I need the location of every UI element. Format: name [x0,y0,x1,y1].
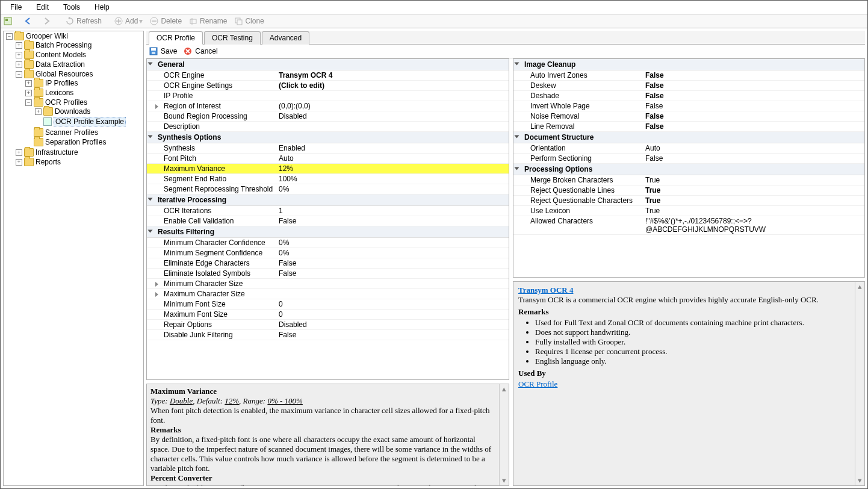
property-value[interactable]: False [276,269,509,278]
property-row[interactable]: Eliminate Isolated SymbolsFalse [147,269,509,279]
tree-toggle[interactable]: − [25,99,32,106]
tree-item-ocr-profiles[interactable]: OCR Profiles [45,98,87,107]
property-row[interactable]: IP Profile [147,91,509,101]
property-category[interactable]: Document Structure [513,132,864,143]
property-value[interactable]: 0% [276,238,509,248]
property-row[interactable]: Minimum Font Size0 [147,299,509,310]
property-value[interactable]: Auto [643,143,864,153]
tree-item[interactable]: Lexicons [45,89,73,97]
tree-item[interactable]: IP Profiles [45,79,78,87]
tree-toggle[interactable]: + [16,149,22,156]
property-category[interactable]: Processing Options [513,164,864,175]
property-row[interactable]: Maximum Variance12% [147,164,509,174]
property-row[interactable]: Enable Cell ValidationFalse [147,216,509,226]
property-value[interactable] [276,122,509,131]
tree-toggle[interactable]: + [16,159,22,166]
property-row[interactable]: Line RemovalFalse [513,122,864,132]
property-value[interactable]: True [643,206,864,216]
tree-item[interactable]: Downloads [55,107,90,116]
property-row[interactable]: Disable Junk FilteringFalse [147,330,509,340]
property-value[interactable]: False [643,81,864,90]
save-button[interactable]: Save [149,46,177,56]
property-row[interactable]: DeskewFalse [513,81,864,91]
property-row[interactable]: Use LexiconTrue [513,206,864,216]
property-value[interactable]: 0 [276,310,509,319]
delete-button[interactable]: Delete [146,16,185,26]
desc-type-link[interactable]: Double [170,396,193,405]
tree-item[interactable]: Scanner Profiles [45,128,98,137]
property-value[interactable] [276,289,509,299]
tree-toggle[interactable]: − [16,71,22,78]
property-value[interactable]: Auto [276,154,509,163]
property-row[interactable]: Merge Broken CharactersTrue [513,175,864,185]
property-row[interactable]: Minimum Segment Confidence0% [147,248,509,258]
property-row[interactable]: Maximum Character Size [147,289,509,299]
desc-default-link[interactable]: 12% [225,396,239,405]
help-usedby-link[interactable]: OCR Profile [518,379,557,388]
rename-button[interactable]: Rename [185,16,231,26]
tree-item[interactable]: Content Models [36,51,86,59]
property-row[interactable]: OCR EngineTransym OCR 4 [147,70,509,81]
property-value[interactable]: False [643,70,864,80]
property-row[interactable]: Invert Whole PageFalse [513,101,864,111]
property-value[interactable]: 0% [276,248,509,258]
property-row[interactable]: Eliminate Edge CharactersFalse [147,258,509,269]
property-category[interactable]: Image Cleanup [513,59,864,70]
property-row[interactable]: DeshadeFalse [513,91,864,101]
property-value[interactable]: (0,0):(0,0) [276,101,509,111]
property-value[interactable]: 1 [276,206,509,216]
tab-ocr-profile[interactable]: OCR Profile [149,31,203,45]
property-value[interactable]: False [276,330,509,340]
nav-forward-button[interactable] [39,16,57,26]
property-row[interactable]: OCR Iterations1 [147,206,509,216]
property-value[interactable]: 0 [276,299,509,309]
tree-toggle[interactable]: + [25,80,32,87]
tree-item[interactable]: Infrastructure [36,148,78,157]
property-row[interactable]: Segment Reprocessing Threshold0% [147,184,509,195]
property-row[interactable]: Bound Region ProcessingDisabled [147,111,509,122]
add-button[interactable]: Add▾ [111,16,146,26]
property-value[interactable]: 0% [276,184,509,194]
property-value[interactable]: 12% [276,164,509,173]
property-value[interactable]: False [643,101,864,111]
desc-range-link[interactable]: 0% - 100% [267,396,303,405]
tree-item[interactable]: Separation Profiles [45,138,106,146]
property-row[interactable]: Perform SectioningFalse [513,154,864,164]
property-value[interactable] [276,91,509,101]
property-value[interactable]: False [276,258,509,268]
property-category[interactable]: General [147,59,509,70]
property-value[interactable]: Transym OCR 4 [276,70,509,80]
property-value[interactable]: False [643,111,864,121]
tab-advanced[interactable]: Advanced [262,31,309,45]
property-row[interactable]: Minimum Character Size [147,279,509,289]
property-category[interactable]: Iterative Processing [147,195,509,206]
property-value[interactable]: True [643,196,864,205]
menu-file[interactable]: File [3,2,29,13]
property-value[interactable]: Disabled [276,111,509,121]
property-value[interactable]: True [643,175,864,185]
tree-toggle[interactable]: + [25,90,32,96]
property-row[interactable]: Region of Interest(0,0):(0,0) [147,101,509,111]
menu-edit[interactable]: Edit [29,2,56,13]
tree-item[interactable]: Data Extraction [36,60,85,69]
property-row[interactable]: Maximum Font Size0 [147,310,509,320]
property-category[interactable]: Results Filtering [147,226,509,238]
scrollbar[interactable]: ▴▾ [855,282,864,485]
property-value[interactable]: Disabled [276,320,509,329]
refresh-button[interactable]: Refresh [62,16,105,26]
tab-ocr-testing[interactable]: OCR Testing [204,31,261,45]
property-row[interactable]: SynthesisEnabled [147,143,509,154]
property-value[interactable]: False [643,122,864,131]
property-value[interactable]: (Click to edit) [276,81,509,90]
property-row[interactable]: Reject Questionable LinesTrue [513,185,864,196]
property-row[interactable]: Auto Invert ZonesFalse [513,70,864,81]
property-value[interactable]: !"#$%&'()*+,-./0123456789:;<=>?@ABCDEFGH… [643,216,864,234]
property-value[interactable]: True [643,185,864,195]
tree-item-selected[interactable]: OCR Profile Example [54,117,126,126]
help-title-link[interactable]: Transym OCR 4 [518,285,573,294]
tree-toggle[interactable]: − [6,33,13,40]
property-value[interactable]: Enabled [276,143,509,153]
menu-help[interactable]: Help [87,2,117,13]
property-value[interactable]: False [276,216,509,226]
property-row[interactable]: Reject Questionable CharactersTrue [513,196,864,206]
